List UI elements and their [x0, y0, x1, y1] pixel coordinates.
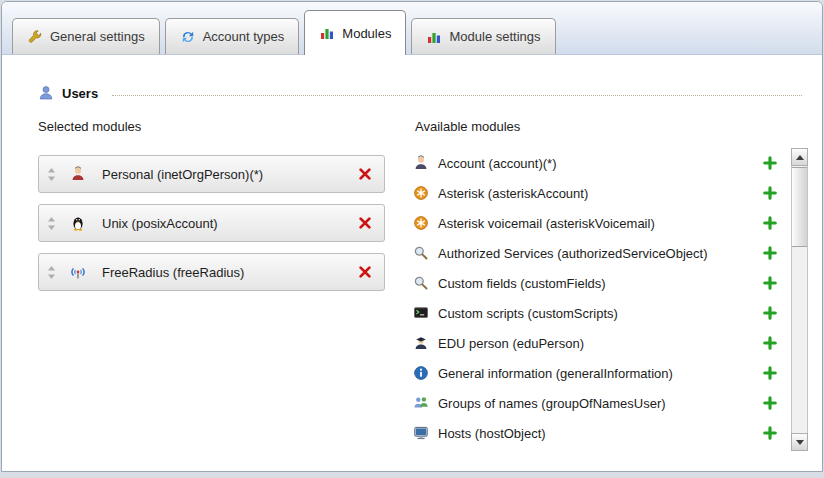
- arrow-up-icon: [796, 155, 804, 160]
- add-module-button[interactable]: [763, 156, 777, 170]
- add-plus-icon: [763, 366, 777, 380]
- add-module-button[interactable]: [763, 306, 777, 320]
- radio-antenna-icon: [70, 264, 86, 280]
- selected-module-row[interactable]: FreeRadius (freeRadius): [38, 253, 385, 291]
- remove-module-button[interactable]: [358, 265, 372, 279]
- available-module-row: Groups of names (groupOfNamesUser): [413, 388, 791, 418]
- delete-x-icon: [358, 265, 372, 279]
- add-module-button[interactable]: [763, 276, 777, 290]
- magnifier-icon: [413, 245, 429, 261]
- tab-general-settings[interactable]: General settings: [12, 18, 160, 54]
- available-module-label: Custom scripts (customScripts): [438, 306, 618, 321]
- tab-account-types[interactable]: Account types: [165, 18, 300, 54]
- info-icon: [413, 365, 429, 381]
- delete-x-icon: [358, 216, 372, 230]
- selected-module-label: FreeRadius (freeRadius): [102, 265, 244, 280]
- available-module-row: EDU person (eduPerson): [413, 328, 791, 358]
- drag-handle-icon[interactable]: [47, 168, 56, 181]
- remove-module-button[interactable]: [358, 167, 372, 181]
- asterisk-icon: [413, 185, 429, 201]
- tab-modules[interactable]: Modules: [304, 10, 406, 55]
- tab-label: Account types: [203, 29, 285, 44]
- available-module-row: Custom fields (customFields): [413, 268, 791, 298]
- available-module-label: Groups of names (groupOfNamesUser): [438, 396, 666, 411]
- selected-modules-heading: Selected modules: [38, 119, 385, 134]
- modules-tab-content: Users Selected modules Personal (inetOrg…: [2, 85, 822, 451]
- tab-label: Module settings: [449, 29, 540, 44]
- available-module-label: Account (account)(*): [438, 156, 557, 171]
- add-plus-icon: [763, 246, 777, 260]
- available-module-row: Custom scripts (customScripts): [413, 298, 791, 328]
- drag-handle-icon[interactable]: [47, 266, 56, 279]
- selected-modules-panel: Selected modules Personal (inetOrgPerson…: [38, 119, 385, 451]
- section-title: Users: [62, 86, 98, 101]
- add-module-button[interactable]: [763, 336, 777, 350]
- users-section-header: Users: [38, 85, 802, 101]
- terminal-icon: [413, 305, 429, 321]
- add-module-button[interactable]: [763, 366, 777, 380]
- tab-module-settings[interactable]: Module settings: [411, 18, 555, 54]
- scroll-up-button[interactable]: [791, 148, 808, 166]
- available-module-label: Hosts (hostObject): [438, 426, 546, 441]
- add-plus-icon: [763, 336, 777, 350]
- bar-chart-icon: [426, 29, 442, 45]
- add-plus-icon: [763, 306, 777, 320]
- available-module-label: Asterisk voicemail (asteriskVoicemail): [438, 216, 655, 231]
- penguin-icon: [70, 215, 86, 231]
- selected-module-label: Personal (inetOrgPerson)(*): [102, 167, 263, 182]
- computer-icon: [413, 425, 429, 441]
- add-plus-icon: [763, 186, 777, 200]
- magnifier-icon: [413, 275, 429, 291]
- add-module-button[interactable]: [763, 396, 777, 410]
- add-plus-icon: [763, 396, 777, 410]
- add-plus-icon: [763, 216, 777, 230]
- scrollbar-thumb[interactable]: [792, 167, 807, 247]
- available-modules-heading: Available modules: [415, 119, 808, 134]
- scroll-down-button[interactable]: [791, 433, 808, 451]
- asterisk-icon: [413, 215, 429, 231]
- drag-handle-icon[interactable]: [47, 217, 56, 230]
- available-module-label: EDU person (eduPerson): [438, 336, 584, 351]
- add-module-button[interactable]: [763, 246, 777, 260]
- available-module-row: Account (account)(*): [413, 148, 791, 178]
- person-icon: [70, 166, 86, 182]
- selected-module-row[interactable]: Unix (posixAccount): [38, 204, 385, 242]
- delete-x-icon: [358, 167, 372, 181]
- available-module-label: Custom fields (customFields): [438, 276, 606, 291]
- available-modules-panel: Available modules Account (account)(*): [413, 119, 808, 451]
- group-icon: [413, 395, 429, 411]
- add-module-button[interactable]: [763, 426, 777, 440]
- selected-module-row[interactable]: Personal (inetOrgPerson)(*): [38, 155, 385, 193]
- available-module-row: Hosts (hostObject): [413, 418, 791, 448]
- lam-configuration-window: General settings Account types Modules M…: [1, 1, 823, 472]
- available-module-row: General information (generalInformation): [413, 358, 791, 388]
- selected-module-label: Unix (posixAccount): [102, 216, 218, 231]
- sync-arrows-icon: [180, 29, 196, 45]
- wrench-icon: [27, 29, 43, 45]
- remove-module-button[interactable]: [358, 216, 372, 230]
- add-module-button[interactable]: [763, 216, 777, 230]
- available-module-label: General information (generalInformation): [438, 366, 673, 381]
- tab-bar: General settings Account types Modules M…: [2, 2, 822, 55]
- tab-label: Modules: [342, 26, 391, 41]
- dotted-divider: [112, 94, 802, 96]
- add-module-button[interactable]: [763, 186, 777, 200]
- add-plus-icon: [763, 156, 777, 170]
- add-plus-icon: [763, 426, 777, 440]
- available-module-label: Asterisk (asteriskAccount): [438, 186, 588, 201]
- available-module-label: Authorized Services (authorizedServiceOb…: [438, 246, 708, 261]
- graduate-person-icon: [413, 335, 429, 351]
- add-plus-icon: [763, 276, 777, 290]
- arrow-down-icon: [796, 440, 804, 445]
- available-module-row: Authorized Services (authorizedServiceOb…: [413, 238, 791, 268]
- available-module-row: Asterisk (asteriskAccount): [413, 178, 791, 208]
- bar-chart-icon: [319, 25, 335, 41]
- tab-label: General settings: [50, 29, 145, 44]
- user-icon: [38, 85, 54, 101]
- scrollbar[interactable]: [791, 148, 808, 451]
- available-module-row: Asterisk voicemail (asteriskVoicemail): [413, 208, 791, 238]
- person-icon: [413, 155, 429, 171]
